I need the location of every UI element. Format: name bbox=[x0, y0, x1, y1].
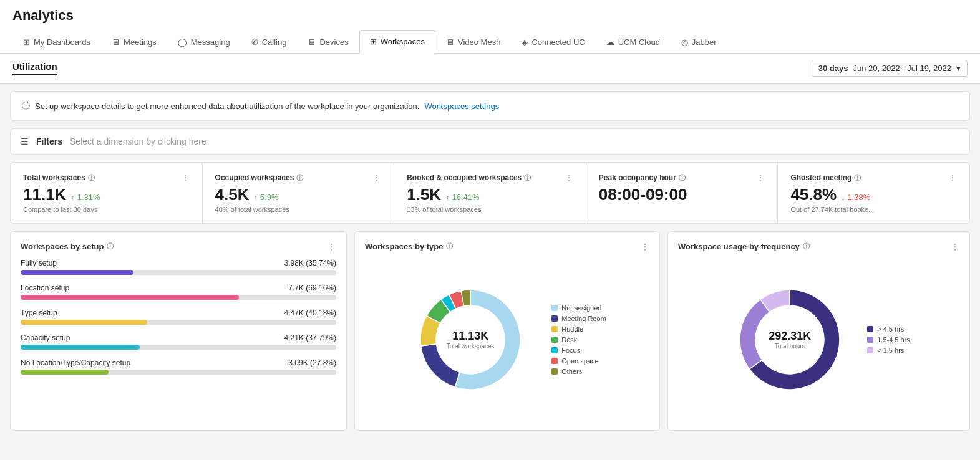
meetings-label: Meetings bbox=[124, 37, 157, 47]
filters-bar[interactable]: ☰ Filters Select a dimension by clicking… bbox=[10, 128, 970, 155]
bar-fill-4 bbox=[21, 370, 109, 375]
video-mesh-label: Video Mesh bbox=[458, 37, 500, 47]
utilization-tab[interactable]: Utilization bbox=[12, 61, 57, 75]
bar-track-1 bbox=[21, 295, 336, 300]
metric-value-4: 45.8% ↓ 1.38% bbox=[790, 185, 957, 204]
freq-chart-title: Workspace usage by frequency ⓘ bbox=[678, 242, 810, 251]
bar-label-4: No Location/Type/Capacity setup bbox=[21, 358, 130, 367]
legend-item-3: Desk bbox=[551, 336, 606, 343]
info-icon-setup: ⓘ bbox=[107, 242, 114, 251]
legend-dot-4 bbox=[551, 347, 558, 353]
bar-track-4 bbox=[21, 370, 336, 375]
messaging-icon: ◯ bbox=[178, 37, 187, 47]
info-icon: ⓘ bbox=[22, 100, 30, 112]
legend-label-2: < 1.5 hrs bbox=[877, 347, 904, 354]
metric-title-4: Ghosted meeting ⓘ bbox=[790, 173, 861, 183]
chevron-down-icon: ▾ bbox=[956, 64, 961, 73]
bar-track-2 bbox=[21, 320, 336, 325]
legend-item-4: Focus bbox=[551, 347, 606, 354]
calling-icon: ✆ bbox=[251, 37, 258, 47]
bar-value-0: 3.98K (35.74%) bbox=[284, 259, 336, 267]
date-range-picker[interactable]: 30 days Jun 20, 2022 - Jul 19, 2022 ▾ bbox=[812, 60, 968, 77]
bar-label-0: Fully setup bbox=[21, 259, 57, 267]
freq-donut-container: 292.31K Total hours > 4.5 hrs 1.5-4.5 hr… bbox=[678, 259, 959, 420]
metric-card-4: Ghosted meeting ⓘ ⋮ 45.8% ↓ 1.38% Out of… bbox=[778, 163, 969, 223]
legend-dot-3 bbox=[551, 337, 558, 343]
metric-sub-4: Out of 27.74K total booke... bbox=[790, 206, 957, 213]
bar-item-1: Location setup 7.7K (69.16%) bbox=[21, 284, 336, 300]
metric-title-0: Total workspaces ⓘ bbox=[23, 173, 95, 183]
metric-more-4[interactable]: ⋮ bbox=[948, 173, 957, 183]
metric-value-3: 08:00-09:00 bbox=[599, 185, 765, 204]
metric-more-1[interactable]: ⋮ bbox=[372, 173, 381, 183]
metric-info-icon-0: ⓘ bbox=[88, 173, 95, 183]
devices-icon: 🖥 bbox=[308, 37, 316, 47]
nav-tab-video-mesh[interactable]: 🖥Video Mesh bbox=[435, 30, 511, 53]
setup-chart: Workspaces by setup ⓘ ⋮ Fully setup 3.98… bbox=[10, 231, 347, 431]
legend-item-5: Open space bbox=[551, 357, 606, 365]
bar-label-3: Capacity setup bbox=[21, 333, 70, 342]
calling-label: Calling bbox=[262, 37, 287, 47]
legend-item-0: > 4.5 hrs bbox=[867, 325, 910, 333]
workspaces-settings-link[interactable]: Workspaces settings bbox=[424, 102, 499, 111]
legend-label-6: Others bbox=[561, 368, 582, 375]
page-header: Analytics ⊞My Dashboards🖥Meetings◯Messag… bbox=[0, 0, 980, 54]
metric-more-2[interactable]: ⋮ bbox=[565, 173, 573, 183]
filters-label: Filters bbox=[36, 137, 62, 146]
legend-label-1: 1.5-4.5 hrs bbox=[877, 336, 910, 343]
meetings-icon: 🖥 bbox=[112, 37, 120, 47]
type-donut-center: 11.13K Total workspaces bbox=[447, 330, 495, 350]
setup-chart-title: Workspaces by setup ⓘ bbox=[21, 242, 114, 251]
legend-item-1: 1.5-4.5 hrs bbox=[867, 336, 910, 343]
legend-label-1: Meeting Room bbox=[561, 315, 606, 322]
nav-tab-calling[interactable]: ✆Calling bbox=[241, 30, 298, 53]
connected-uc-label: Connected UC bbox=[531, 37, 585, 47]
ucm-cloud-icon: ☁ bbox=[606, 37, 614, 47]
bar-item-0: Fully setup 3.98K (35.74%) bbox=[21, 259, 336, 275]
bar-fill-0 bbox=[21, 270, 133, 275]
filters-placeholder: Select a dimension by clicking here bbox=[70, 137, 206, 146]
workspaces-icon: ⊞ bbox=[370, 37, 377, 46]
bar-track-0 bbox=[21, 270, 336, 275]
freq-donut-center: 292.31K Total hours bbox=[769, 330, 811, 350]
type-chart-more[interactable]: ⋮ bbox=[641, 242, 649, 252]
freq-chart-more[interactable]: ⋮ bbox=[951, 242, 959, 252]
bar-track-3 bbox=[21, 345, 336, 350]
metric-more-3[interactable]: ⋮ bbox=[756, 173, 765, 183]
freq-center-value: 292.31K bbox=[769, 330, 811, 343]
legend-label-0: Not assigned bbox=[561, 304, 601, 312]
type-legend: Not assigned Meeting Room Huddle Desk Fo… bbox=[551, 304, 606, 375]
nav-tab-my-dashboards[interactable]: ⊞My Dashboards bbox=[12, 30, 101, 53]
nav-tab-ucm-cloud[interactable]: ☁UCM Cloud bbox=[596, 30, 671, 53]
freq-center-label: Total hours bbox=[769, 343, 811, 350]
jabber-icon: ◎ bbox=[681, 37, 688, 47]
nav-tab-meetings[interactable]: 🖥Meetings bbox=[101, 30, 167, 53]
metric-value-2: 1.5K ↑ 16.41% bbox=[407, 185, 573, 204]
legend-item-1: Meeting Room bbox=[551, 315, 606, 322]
metric-sub-2: 13% of total workspaces bbox=[407, 206, 573, 213]
nav-tab-connected-uc[interactable]: ◈Connected UC bbox=[511, 30, 595, 53]
frequency-chart: Workspace usage by frequency ⓘ ⋮ 292.31K… bbox=[667, 231, 970, 431]
legend-label-5: Open space bbox=[561, 357, 598, 365]
metric-card-2: Booked & occupied workspaces ⓘ ⋮ 1.5K ↑ … bbox=[394, 163, 586, 223]
info-banner-text: Set up workspace details to get more enh… bbox=[35, 102, 419, 111]
nav-tab-workspaces[interactable]: ⊞Workspaces bbox=[359, 30, 435, 54]
nav-tab-devices[interactable]: 🖥Devices bbox=[297, 30, 359, 53]
bar-item-4: No Location/Type/Capacity setup 3.09K (2… bbox=[21, 358, 336, 375]
metric-title-3: Peak occupancy hour ⓘ bbox=[599, 173, 686, 183]
bar-item-3: Capacity setup 4.21K (37.79%) bbox=[21, 333, 336, 350]
my-dashboards-icon: ⊞ bbox=[23, 37, 30, 47]
metrics-row: Total workspaces ⓘ ⋮ 11.1K ↑ 1.31% Compa… bbox=[10, 162, 970, 224]
type-chart: Workspaces by type ⓘ ⋮ 11.13K Total work… bbox=[354, 231, 660, 431]
bar-item-2: Type setup 4.47K (40.18%) bbox=[21, 309, 336, 325]
legend-dot-6 bbox=[551, 368, 558, 375]
nav-tab-messaging[interactable]: ◯Messaging bbox=[167, 30, 241, 53]
nav-tab-jabber[interactable]: ◎Jabber bbox=[671, 30, 727, 53]
type-center-label: Total workspaces bbox=[447, 343, 495, 350]
bar-value-4: 3.09K (27.8%) bbox=[288, 358, 336, 367]
setup-chart-more[interactable]: ⋮ bbox=[327, 242, 336, 252]
video-mesh-icon: 🖥 bbox=[446, 37, 454, 47]
metric-card-0: Total workspaces ⓘ ⋮ 11.1K ↑ 1.31% Compa… bbox=[11, 163, 203, 223]
legend-dot-1 bbox=[867, 337, 873, 343]
metric-more-0[interactable]: ⋮ bbox=[181, 173, 190, 183]
